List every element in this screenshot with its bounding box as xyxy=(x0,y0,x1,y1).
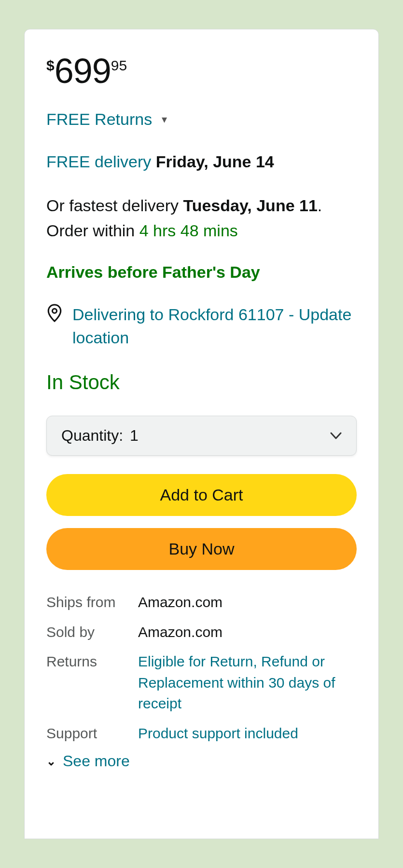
support-link[interactable]: Product support included xyxy=(138,723,357,744)
location-text: Delivering to Rockford 61107 - Update lo… xyxy=(72,303,357,349)
location-pin-icon xyxy=(46,303,63,323)
chevron-down-icon: ▾ xyxy=(162,113,167,126)
fast-date: Tuesday, June 11 xyxy=(183,196,317,215)
fast-prefix: Or fastest delivery xyxy=(46,196,183,215)
see-more-link[interactable]: ⌄ See more xyxy=(46,752,357,770)
buy-box: $ 699 95 FREE Returns ▾ FREE delivery Fr… xyxy=(24,29,379,839)
price-whole: 699 xyxy=(55,54,111,88)
chevron-down-icon: ⌄ xyxy=(46,755,56,768)
price-cents: 95 xyxy=(111,54,127,73)
free-delivery-link[interactable]: FREE delivery xyxy=(46,152,151,171)
quantity-select[interactable]: Quantity: 1 xyxy=(46,416,357,456)
svg-point-0 xyxy=(52,309,56,313)
quantity-label: Quantity: xyxy=(61,427,123,445)
buy-now-button[interactable]: Buy Now xyxy=(46,528,357,570)
fastest-delivery-info: Or fastest delivery Tuesday, June 11. Or… xyxy=(46,193,357,244)
returns-label: Returns xyxy=(46,651,128,714)
order-countdown: 4 hrs 48 mins xyxy=(139,221,238,240)
support-label: Support xyxy=(46,723,128,744)
holiday-message: Arrives before Father's Day xyxy=(46,263,357,282)
quantity-value: 1 xyxy=(130,427,139,445)
chevron-down-icon xyxy=(330,432,342,440)
free-returns-link[interactable]: FREE Returns ▾ xyxy=(46,110,357,129)
delivery-date: Friday, June 14 xyxy=(156,152,274,171)
sold-by-label: Sold by xyxy=(46,622,128,643)
delivery-location-link[interactable]: Delivering to Rockford 61107 - Update lo… xyxy=(46,303,357,349)
free-returns-label: FREE Returns xyxy=(46,110,152,129)
currency-symbol: $ xyxy=(46,54,55,73)
delivery-info: FREE delivery Friday, June 14 xyxy=(46,150,357,174)
ships-from-label: Ships from xyxy=(46,592,128,613)
price: $ 699 95 xyxy=(46,54,357,88)
seller-info: Ships from Amazon.com Sold by Amazon.com… xyxy=(46,592,357,744)
see-more-label: See more xyxy=(63,752,130,770)
sold-by-value: Amazon.com xyxy=(138,622,357,643)
stock-status: In Stock xyxy=(46,371,357,394)
returns-policy-link[interactable]: Eligible for Return, Refund or Replaceme… xyxy=(138,651,357,714)
ships-from-value: Amazon.com xyxy=(138,592,357,613)
add-to-cart-button[interactable]: Add to Cart xyxy=(46,474,357,516)
